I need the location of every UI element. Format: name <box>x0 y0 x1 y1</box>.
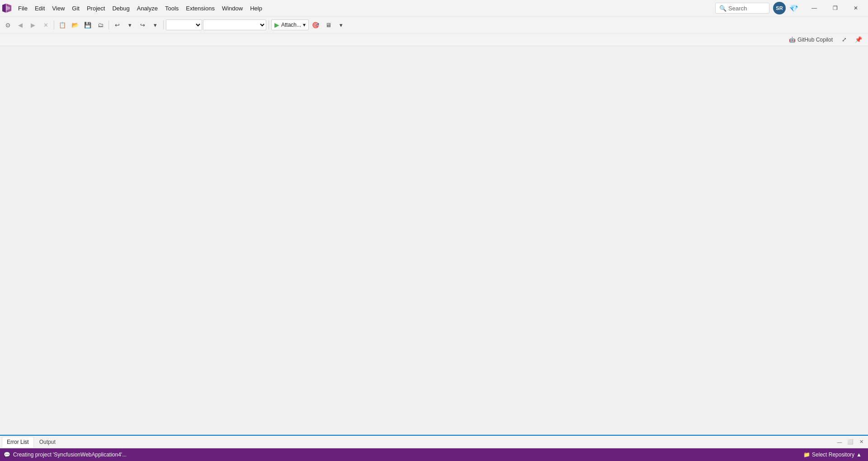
play-icon: ▶ <box>274 21 279 28</box>
toolbar-sep-4 <box>269 20 269 29</box>
profile-button[interactable]: SR <box>773 2 786 14</box>
search-icon: 🔍 <box>719 5 726 12</box>
toolbar-nav-cancel[interactable]: ✕ <box>40 19 52 31</box>
toolbar-back-btn[interactable]: ⊙ <box>2 19 14 31</box>
search-label: Search <box>728 5 747 12</box>
gem-icon[interactable]: 💎 <box>788 3 800 14</box>
toolbar-nav-forward[interactable]: ▶ <box>27 19 39 31</box>
tab-error-list[interactable]: Error List <box>2 437 34 447</box>
select-repo-label: Select Repository <box>812 452 854 458</box>
search-box[interactable]: 🔍 Search <box>715 3 769 14</box>
menu-tools[interactable]: Tools <box>161 3 182 14</box>
toolbar-redo-arrow[interactable]: ▾ <box>149 19 161 31</box>
title-bar-controls: SR 💎 <box>773 2 800 14</box>
panel-float-btn[interactable]: ⬜ <box>845 437 855 447</box>
panel-minimize-btn[interactable]: — <box>835 437 844 447</box>
app-logo <box>2 3 12 13</box>
maximize-button[interactable]: ❐ <box>825 0 845 17</box>
menu-help[interactable]: Help <box>246 3 266 14</box>
menu-git[interactable]: Git <box>68 3 83 14</box>
window-controls: — ❐ ✕ <box>804 0 866 17</box>
toolbar-save-all[interactable]: 🗂 <box>94 19 106 31</box>
copilot-button[interactable]: 🤖 GitHub Copilot <box>786 36 835 44</box>
copilot-pin-btn[interactable]: 📌 <box>853 34 864 46</box>
status-icon: 💬 <box>4 452 10 458</box>
status-text: Creating project 'SyncfusionWebApplicati… <box>13 452 127 458</box>
panel-close-btn[interactable]: ✕ <box>856 437 866 447</box>
panel-tabs: Error List Output — ⬜ ✕ <box>0 436 868 448</box>
toolbar: ⊙ ◀ ▶ ✕ 📋 📂 💾 🗂 ↩ ▾ ↪ ▾ ▶ Attach... ▾ 🎯 … <box>0 17 868 33</box>
toolbar-undo-arrow[interactable]: ▾ <box>124 19 136 31</box>
toolbar-target[interactable]: 🎯 <box>310 19 321 31</box>
menu-view[interactable]: View <box>48 3 68 14</box>
copilot-label: GitHub Copilot <box>797 37 833 43</box>
toolbar-undo[interactable]: ↩ <box>111 19 123 31</box>
minimize-button[interactable]: — <box>804 0 825 17</box>
menu-extensions[interactable]: Extensions <box>182 3 218 14</box>
repo-arrow-icon: ▲ <box>856 452 862 458</box>
copilot-bar: 🤖 GitHub Copilot ⤢ 📌 <box>0 33 868 46</box>
menu-window[interactable]: Window <box>218 3 246 14</box>
tab-output[interactable]: Output <box>35 437 60 447</box>
menu-analyze[interactable]: Analyze <box>133 3 161 14</box>
menu-bar: File Edit View Git Project Debug Analyze… <box>0 0 868 17</box>
menu-file[interactable]: File <box>14 3 31 14</box>
toolbar-sep-3 <box>163 20 164 29</box>
solution-config-dropdown[interactable] <box>166 19 202 30</box>
toolbar-save[interactable]: 💾 <box>82 19 94 31</box>
toolbar-nav-back[interactable]: ◀ <box>14 19 26 31</box>
attach-dropdown-icon: ▾ <box>303 22 306 28</box>
menu-edit[interactable]: Edit <box>31 3 48 14</box>
status-right: 📁 Select Repository ▲ <box>801 451 864 459</box>
toolbar-sep-1 <box>54 20 54 29</box>
toolbar-redo[interactable]: ↪ <box>137 19 148 31</box>
status-left: 💬 Creating project 'SyncfusionWebApplica… <box>4 452 801 458</box>
attach-button[interactable]: ▶ Attach... ▾ <box>271 19 309 30</box>
bottom-panel: Error List Output — ⬜ ✕ <box>0 435 868 448</box>
menu-debug[interactable]: Debug <box>108 3 133 14</box>
toolbar-new[interactable]: 📋 <box>57 19 68 31</box>
svg-marker-0 <box>2 4 6 13</box>
toolbar-dropdown-extra[interactable]: ▾ <box>335 19 347 31</box>
close-button[interactable]: ✕ <box>845 0 866 17</box>
copilot-expand-btn[interactable]: ⤢ <box>838 34 850 46</box>
toolbar-display[interactable]: 🖥 <box>322 19 334 31</box>
attach-label: Attach... <box>281 22 301 28</box>
select-repository-button[interactable]: 📁 Select Repository ▲ <box>801 451 864 459</box>
copilot-icon: 🤖 <box>789 37 796 43</box>
repo-icon: 📁 <box>803 452 810 458</box>
menu-project[interactable]: Project <box>83 3 108 14</box>
toolbar-open[interactable]: 📂 <box>69 19 81 31</box>
main-content <box>0 46 868 435</box>
toolbar-sep-2 <box>108 20 109 29</box>
panel-controls: — ⬜ ✕ <box>835 437 866 447</box>
status-bar: 💬 Creating project 'SyncfusionWebApplica… <box>0 448 868 461</box>
solution-platform-dropdown[interactable] <box>203 19 266 30</box>
